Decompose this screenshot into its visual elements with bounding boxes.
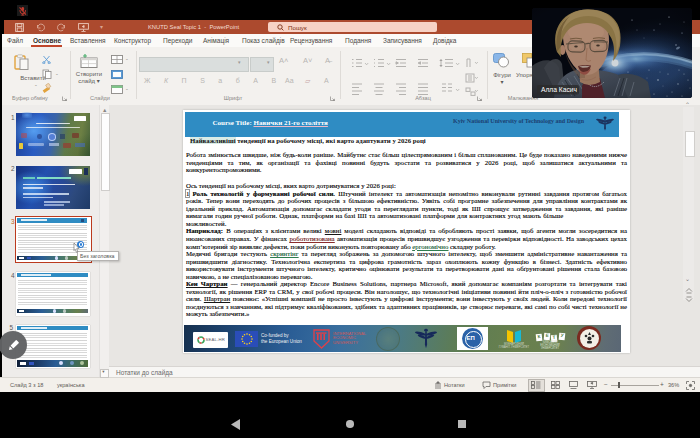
svg-text:Алла Касич: Алла Касич <box>541 86 578 93</box>
